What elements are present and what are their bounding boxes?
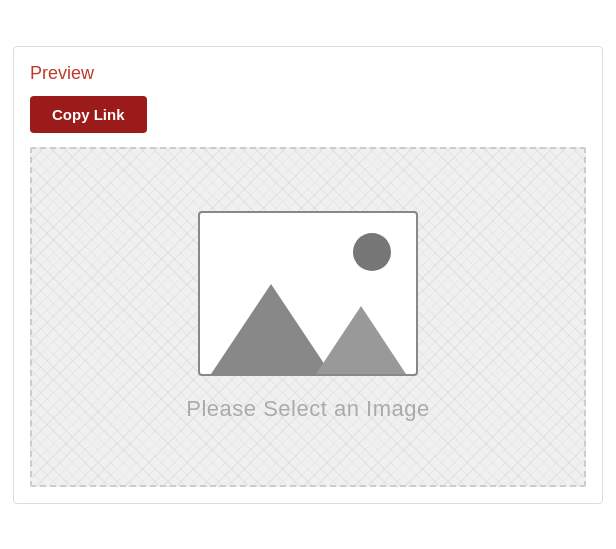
image-placeholder-container: Please Select an Image (30, 147, 586, 487)
preview-panel: Preview Copy Link Please Select an Image (13, 46, 603, 504)
mountain-left-icon (211, 284, 331, 374)
mountain-right-icon (316, 306, 406, 374)
panel-title: Preview (30, 63, 586, 84)
copy-link-button[interactable]: Copy Link (30, 96, 147, 133)
image-icon (198, 211, 418, 376)
mountains-icon (200, 284, 416, 374)
sun-icon (353, 233, 391, 271)
placeholder-text: Please Select an Image (186, 396, 429, 422)
